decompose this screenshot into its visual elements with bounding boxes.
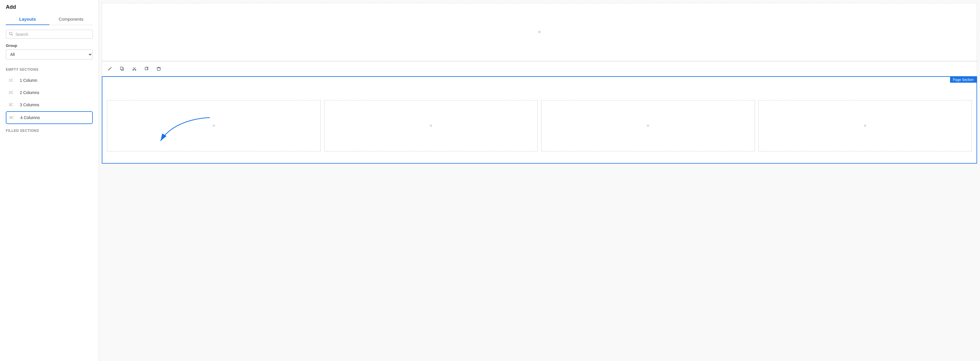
tab-components[interactable]: Components bbox=[49, 14, 93, 25]
layout-item-2c[interactable]: 2C 2 Columns bbox=[6, 87, 93, 98]
top-page-section[interactable]: + bbox=[102, 3, 977, 61]
tabs: Layouts Components bbox=[6, 14, 93, 25]
tab-layouts[interactable]: Layouts bbox=[6, 14, 49, 25]
layout-code-4c: 4C bbox=[9, 116, 16, 120]
delete-button[interactable] bbox=[154, 64, 164, 73]
columns-container: + + + + bbox=[102, 94, 977, 157]
top-add-icon: + bbox=[538, 28, 541, 36]
column-slot-4[interactable]: + bbox=[759, 100, 972, 152]
edit-button[interactable] bbox=[105, 64, 115, 73]
layout-name-2c: 2 Columns bbox=[20, 90, 39, 95]
search-box bbox=[6, 30, 93, 39]
column-slot-1[interactable]: + bbox=[107, 100, 321, 152]
layout-item-1c[interactable]: 1C 1 Column bbox=[6, 75, 93, 86]
cut-icon bbox=[132, 66, 137, 71]
delete-icon bbox=[156, 66, 161, 71]
column-plus-2: + bbox=[429, 123, 433, 129]
sidebar-header: Add Layouts Components bbox=[0, 0, 99, 25]
sidebar-title: Add bbox=[6, 4, 93, 10]
layout-item-4c[interactable]: 4C 4 Columns bbox=[6, 111, 93, 124]
copy-button[interactable] bbox=[142, 64, 151, 73]
main-canvas: + bbox=[99, 0, 980, 361]
duplicate-icon bbox=[120, 66, 124, 71]
toolbar bbox=[102, 61, 977, 76]
layout-code-1c: 1C bbox=[9, 78, 16, 82]
svg-line-1 bbox=[12, 35, 13, 36]
layout-name-4c: 4 Columns bbox=[21, 115, 40, 120]
column-slot-2[interactable]: + bbox=[324, 100, 538, 152]
svg-rect-3 bbox=[120, 67, 123, 70]
svg-rect-6 bbox=[145, 67, 148, 70]
search-icon bbox=[9, 32, 13, 37]
column-plus-4: + bbox=[863, 123, 867, 129]
duplicate-button[interactable] bbox=[117, 64, 127, 73]
layout-item-3c[interactable]: 3C 3 Columns bbox=[6, 99, 93, 111]
svg-rect-7 bbox=[158, 68, 160, 70]
group-select[interactable]: All Basic Advanced bbox=[6, 50, 93, 59]
filled-sections-heading: Filled Sections bbox=[6, 129, 93, 133]
layout-code-2c: 2C bbox=[9, 91, 16, 94]
edit-icon bbox=[108, 66, 112, 71]
column-plus-3: + bbox=[646, 123, 650, 129]
cut-button[interactable] bbox=[129, 64, 139, 73]
layout-name-1c: 1 Column bbox=[20, 78, 37, 83]
group-label: Group bbox=[6, 43, 93, 48]
empty-sections-heading: Empty Sections bbox=[6, 67, 93, 72]
column-slot-3[interactable]: + bbox=[541, 100, 755, 152]
bottom-page-section[interactable]: Page Section + + + + bbox=[102, 76, 977, 164]
search-input[interactable] bbox=[16, 32, 89, 37]
page-section-badge: Page Section bbox=[950, 77, 977, 83]
sidebar: Add Layouts Components Group All Basic A… bbox=[0, 0, 99, 361]
sidebar-body: Group All Basic Advanced Empty Sections … bbox=[0, 25, 99, 139]
copy-icon bbox=[144, 66, 149, 71]
layout-name-3c: 3 Columns bbox=[20, 102, 39, 107]
layout-code-3c: 3C bbox=[9, 103, 16, 107]
column-plus-1: + bbox=[212, 123, 215, 129]
